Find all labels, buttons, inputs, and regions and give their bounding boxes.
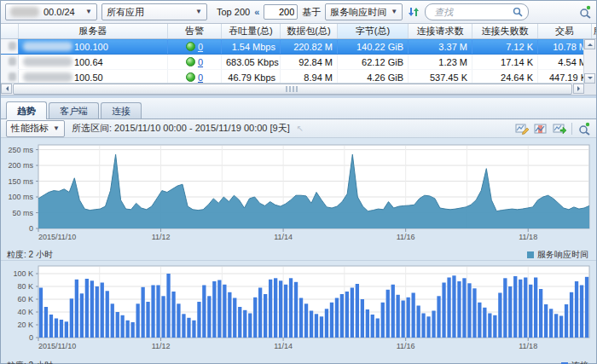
column-header-7[interactable]: 交易 (538, 24, 592, 39)
tab-0[interactable]: 趋势 (6, 101, 47, 119)
bar-chart-legend: 连接 (561, 360, 588, 364)
column-header-2[interactable]: 吞吐量(总) (222, 24, 281, 39)
column-header-0[interactable]: 服务器 (19, 24, 168, 39)
legend-label: 连接 (571, 360, 588, 364)
server-table: 服务器告警吞吐量(总)数据包(总)字节(总)连接请求数连接失败数交易服务响应时间… (1, 24, 596, 95)
conn-fail-cell: 7.12 K (472, 39, 538, 55)
table-row[interactable]: 100.10001.54 Mbps220.82 M140.22 GiB3.37 … (1, 39, 596, 55)
column-header-6[interactable]: 连接失败数 (472, 24, 538, 39)
network-select[interactable]: 00.0/24 ▼ (5, 3, 97, 20)
chevron-down-icon: ▼ (53, 125, 60, 132)
table-row[interactable]: 100.640683.05 Kbps92.84 M62.12 GiB1.23 M… (1, 55, 596, 70)
redacted-blur (9, 42, 16, 50)
cursor-hint-icon: ↖ (297, 124, 304, 133)
bar-chart-footer: 粒度: 2 小时 连接 (3, 360, 594, 364)
column-gutter[interactable] (1, 24, 19, 39)
column-header-4[interactable]: 字节(总) (338, 24, 409, 39)
sort-metric-select[interactable]: 服务响应时间 ▼ (325, 3, 403, 20)
chevron-down-icon: ▼ (85, 9, 92, 15)
scroll-up-button[interactable] (584, 39, 595, 49)
alert-count-link[interactable]: 0 (198, 72, 203, 83)
redacted-blur (9, 72, 16, 81)
redacted-blur (23, 57, 72, 66)
application-select[interactable]: 所有应用 ▼ (101, 3, 207, 20)
status-led-icon (186, 72, 195, 82)
horizontal-scroll-thumb[interactable] (13, 84, 572, 95)
bytes-cell: 62.12 GiB (338, 55, 409, 70)
svg-text:0: 0 (29, 224, 33, 233)
column-header-3[interactable]: 数据包(总) (281, 24, 338, 39)
svg-text:250 ms: 250 ms (8, 146, 33, 154)
search-icon[interactable] (511, 5, 525, 19)
vertical-scrollbar[interactable] (583, 39, 596, 84)
svg-text:11/12: 11/12 (152, 342, 171, 350)
legend-swatch (527, 251, 534, 258)
svg-text:11/16: 11/16 (397, 342, 415, 350)
search-input[interactable] (432, 6, 507, 18)
tab-bar: 趋势客户端连接 (1, 98, 596, 119)
packets-cell: 220.82 M (281, 39, 338, 55)
throughput-cell: 1.54 Mbps (222, 39, 281, 55)
svg-text:11/18: 11/18 (519, 342, 537, 350)
alerts-cell: 0 (168, 55, 222, 70)
app-window: 00.0/24 ▼ 所有应用 ▼ Top 200 « 基于 服务响应时间 ▼ (0, 0, 597, 364)
svg-text:80 K: 80 K (17, 282, 33, 291)
scrollbar-corner (584, 84, 596, 95)
row-gutter (1, 39, 19, 55)
top-n-input[interactable] (264, 4, 298, 20)
redacted-blur (23, 72, 72, 82)
server-address: 100.50 (74, 72, 103, 83)
alert-count-link[interactable]: 0 (198, 57, 203, 67)
svg-text:60 K: 60 K (17, 295, 33, 303)
horizontal-scrollbar[interactable] (1, 83, 584, 95)
sort-metric-value: 服务响应时间 (330, 6, 386, 19)
selected-range-label: 所选区间: 2015/11/10 00:00 - 2015/11/19 00:0… (72, 122, 290, 135)
export-chart-icon[interactable] (553, 122, 566, 136)
sort-order-icon[interactable] (407, 5, 420, 19)
based-on-label: 基于 (302, 6, 321, 19)
packets-cell: 92.84 M (281, 55, 338, 70)
server-address: 100.64 (74, 57, 103, 67)
column-header-8[interactable]: 服务响应时间 (592, 24, 597, 39)
column-header-5[interactable]: 连接请求数 (409, 24, 472, 39)
column-header-1[interactable]: 告警 (168, 24, 222, 39)
chevron-down-icon: ▼ (195, 9, 202, 15)
scroll-left-button[interactable] (1, 84, 12, 94)
alert-count-link[interactable]: 0 (198, 42, 203, 52)
svg-text:11/12: 11/12 (152, 233, 171, 241)
svg-text:150 ms: 150 ms (8, 177, 33, 186)
svg-text:100 ms: 100 ms (8, 193, 33, 201)
svg-text:11/14: 11/14 (274, 233, 293, 241)
zoom-selection-icon[interactable] (534, 122, 548, 136)
edit-chart-icon[interactable] (515, 122, 529, 136)
network-select-value: 00.0/24 (43, 7, 81, 17)
server-address: 100.100 (74, 42, 108, 52)
scroll-down-button[interactable] (584, 73, 595, 84)
tab-2[interactable]: 连接 (101, 102, 142, 118)
search-box[interactable] (425, 3, 529, 20)
application-select-value: 所有应用 (107, 6, 191, 19)
trend-toolbar: 性能指标 ▼ 所选区间: 2015/11/10 00:00 - 2015/11/… (1, 119, 596, 138)
server-cell: 100.100 (19, 39, 168, 55)
area-chart-footer: 粒度: 2 小时 服务响应时间 (3, 249, 594, 260)
scroll-right-button[interactable] (573, 84, 584, 94)
connections-chart-panel: 020 K40 K60 K80 K100 K2015/11/1011/1211/… (1, 260, 596, 364)
connections-bar-chart[interactable]: 020 K40 K60 K80 K100 K2015/11/1011/1211/… (3, 263, 594, 358)
granularity-label: 粒度: 2 小时 (7, 249, 53, 261)
tab-1[interactable]: 客户端 (49, 102, 99, 118)
conn-req-cell: 3.37 M (409, 39, 472, 55)
response-time-area-chart[interactable]: 050 ms100 ms150 ms200 ms250 ms2015/11/10… (3, 140, 594, 247)
svg-text:200 ms: 200 ms (8, 161, 33, 170)
status-led-icon (186, 57, 195, 66)
response-time-chart-panel: 050 ms100 ms150 ms200 ms250 ms2015/11/10… (1, 138, 596, 260)
collapse-toggle[interactable]: « (254, 7, 259, 17)
advanced-search-icon[interactable] (578, 5, 592, 19)
bytes-cell: 140.22 GiB (338, 39, 409, 55)
redacted-blur (9, 57, 16, 66)
top-toolbar: 00.0/24 ▼ 所有应用 ▼ Top 200 « 基于 服务响应时间 ▼ (1, 1, 596, 24)
throughput-cell: 683.05 Kbps (222, 55, 281, 70)
chart-search-icon[interactable] (577, 122, 591, 136)
svg-text:2015/11/10: 2015/11/10 (38, 342, 76, 350)
metric-type-button[interactable]: 性能指标 ▼ (6, 120, 65, 137)
conn-req-cell: 1.23 M (409, 55, 472, 70)
